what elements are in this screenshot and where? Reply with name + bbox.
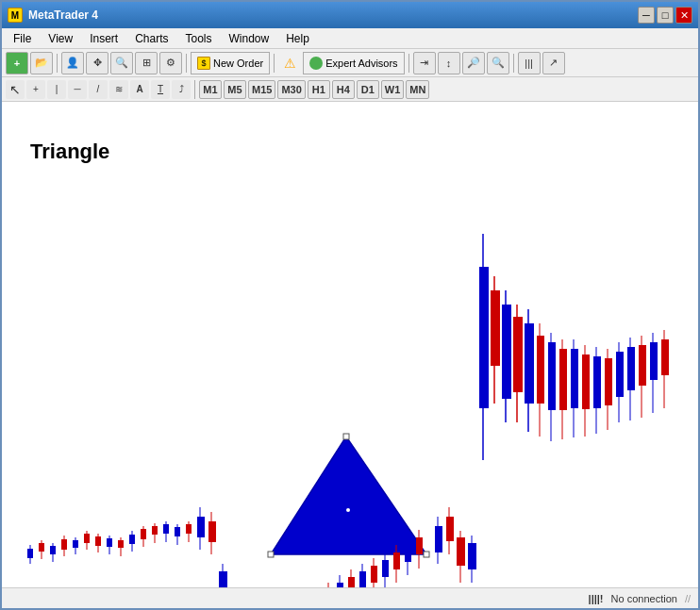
new-order-label: New Order	[213, 58, 263, 69]
autoscroll-button[interactable]: ↕	[438, 52, 460, 74]
new-chart-button[interactable]: +	[6, 52, 28, 74]
zoom-chart-button[interactable]: 🔎	[462, 52, 485, 74]
handle-bottom-left	[268, 552, 274, 557]
menu-insert[interactable]: Insert	[82, 30, 125, 47]
period-w1[interactable]: W1	[381, 80, 405, 99]
period-mn[interactable]: MN	[406, 80, 429, 99]
triangle-polygon	[271, 437, 426, 554]
menu-view[interactable]: View	[41, 30, 80, 47]
move-button[interactable]: ✥	[86, 52, 108, 74]
title-bar: M MetaTrader 4 ─ □ ✕	[2, 2, 698, 28]
period-h4[interactable]: H4	[332, 80, 355, 99]
line-chart-button[interactable]: ↗	[542, 52, 565, 74]
svg-rect-13	[95, 536, 101, 546]
arrow-tool[interactable]: ⤴	[172, 80, 191, 99]
svg-rect-29	[186, 524, 192, 534]
text-tool[interactable]: A	[130, 80, 149, 99]
resize-handle: //	[685, 593, 691, 604]
zoom-in-button[interactable]: 🔍	[110, 52, 133, 74]
svg-rect-9	[73, 540, 78, 548]
fib-tool[interactable]: ≋	[109, 80, 128, 99]
bar-chart-button[interactable]: |||	[518, 52, 541, 74]
svg-rect-109	[405, 545, 411, 562]
svg-rect-99	[348, 577, 355, 587]
horizontal-line-tool[interactable]: ─	[68, 80, 87, 99]
open-button[interactable]: 📂	[30, 52, 53, 74]
title-bar-text: MetaTrader 4	[28, 8, 98, 22]
minimize-button[interactable]: ─	[638, 7, 655, 24]
tb2-sep1	[194, 80, 195, 99]
period-m5[interactable]: M5	[224, 80, 246, 99]
menu-window[interactable]: Window	[222, 30, 277, 47]
maximize-button[interactable]: □	[657, 7, 674, 24]
chart-shift-button[interactable]: ⇥	[413, 52, 436, 74]
svg-rect-101	[359, 571, 366, 587]
chart-type-button[interactable]: ⊞	[135, 52, 158, 74]
svg-rect-69	[639, 345, 646, 386]
svg-rect-21	[141, 529, 146, 539]
status-indicator: ||||!	[589, 593, 604, 604]
svg-rect-11	[84, 534, 90, 543]
cursor-tool[interactable]: ↖	[6, 80, 25, 99]
svg-rect-75	[457, 537, 465, 566]
svg-rect-7	[61, 539, 67, 550]
period-h1[interactable]: H1	[308, 80, 330, 99]
close-button[interactable]: ✕	[675, 7, 692, 24]
vertical-line-tool[interactable]: |	[47, 80, 66, 99]
handle-top	[343, 434, 349, 439]
svg-rect-33	[208, 521, 216, 542]
app-icon: M	[8, 8, 23, 23]
tb-separator5	[513, 54, 514, 73]
svg-rect-63	[605, 358, 612, 405]
period-m30[interactable]: M30	[277, 80, 305, 99]
chart-svg	[2, 102, 698, 587]
new-order-button[interactable]: $ New Order	[191, 52, 270, 74]
svg-rect-97	[337, 583, 343, 587]
main-window: M MetaTrader 4 ─ □ ✕ File View Insert Ch…	[0, 0, 700, 610]
alert-icon: ⚠	[278, 52, 301, 74]
svg-rect-45	[502, 305, 511, 399]
svg-rect-59	[582, 354, 590, 409]
svg-rect-49	[525, 323, 534, 404]
svg-rect-71	[650, 342, 658, 380]
svg-rect-55	[559, 349, 567, 410]
svg-rect-105	[382, 560, 389, 577]
menu-file[interactable]: File	[6, 30, 39, 47]
label-tool[interactable]: T	[151, 80, 170, 99]
svg-rect-17	[118, 540, 124, 548]
menu-bar: File View Insert Charts Tools Window Hel…	[2, 28, 698, 49]
period-d1[interactable]: D1	[357, 80, 379, 99]
menu-help[interactable]: Help	[278, 30, 317, 47]
title-bar-controls: ─ □ ✕	[638, 7, 692, 24]
svg-rect-51	[537, 336, 544, 404]
svg-rect-41	[479, 267, 489, 408]
svg-rect-39	[446, 517, 454, 541]
svg-rect-65	[616, 352, 624, 397]
expert-icon	[309, 57, 323, 70]
svg-rect-35	[219, 571, 227, 587]
svg-rect-31	[197, 517, 205, 537]
svg-rect-1	[27, 549, 33, 558]
chart-area[interactable]: Triangle	[2, 102, 698, 587]
profiles-button[interactable]: 👤	[61, 52, 84, 74]
tb-separator3	[274, 54, 275, 73]
menu-charts[interactable]: Charts	[127, 30, 175, 47]
expert-advisors-label: Expert Advisors	[325, 58, 397, 69]
trendline-tool[interactable]: /	[89, 80, 108, 99]
zoom-out-chart-button[interactable]: 🔍	[487, 52, 509, 74]
tb-separator4	[408, 54, 409, 73]
expert-advisors-button[interactable]: Expert Advisors	[303, 52, 404, 74]
properties-button[interactable]: ⚙	[159, 52, 182, 74]
crosshair-tool[interactable]: +	[26, 80, 45, 99]
svg-rect-25	[163, 524, 169, 534]
menu-tools[interactable]: Tools	[178, 30, 220, 47]
status-bar: ||||! No connection //	[2, 587, 698, 608]
svg-rect-15	[107, 538, 112, 547]
svg-rect-19	[129, 535, 135, 544]
period-m15[interactable]: M15	[248, 80, 275, 99]
svg-rect-5	[50, 546, 56, 554]
svg-rect-73	[661, 339, 669, 375]
svg-rect-53	[548, 342, 556, 410]
period-m1[interactable]: M1	[199, 80, 222, 99]
svg-rect-23	[152, 526, 158, 535]
